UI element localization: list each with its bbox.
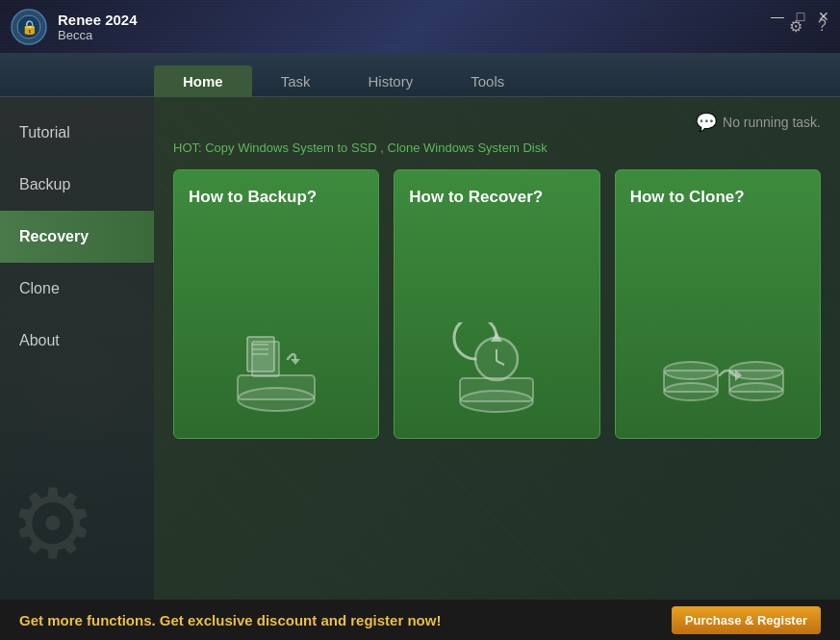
content-area: 💬 No running task. HOT: Copy Windows Sys… (154, 97, 840, 600)
purchase-button[interactable]: Purchase & Register (672, 606, 821, 634)
sidebar-watermark: ⚙ (10, 468, 96, 580)
cards-row: How to Backup? (173, 169, 821, 439)
recover-icon (439, 322, 554, 419)
svg-marker-14 (491, 332, 502, 342)
svg-rect-12 (460, 378, 533, 401)
card-clone-title: How to Clone? (630, 188, 745, 207)
card-backup-icon-area (189, 322, 364, 419)
backup-icon (218, 322, 334, 419)
sidebar-item-about[interactable]: About (0, 315, 154, 367)
status-row: 💬 No running task. (173, 112, 821, 133)
svg-rect-4 (238, 375, 315, 399)
card-recover[interactable]: How to Recover? (394, 169, 599, 439)
tab-history[interactable]: History (340, 65, 443, 97)
svg-point-19 (664, 362, 718, 379)
app-icon: 🔒 (10, 8, 48, 46)
card-recover-title: How to Recover? (409, 188, 543, 207)
tab-task[interactable]: Task (252, 65, 340, 97)
card-backup-title: How to Backup? (189, 188, 317, 207)
status-text: No running task. (723, 115, 821, 130)
tab-bar: Home Task History Tools ⚙ ? (0, 53, 840, 97)
sidebar-item-backup[interactable]: Backup (0, 159, 154, 211)
card-clone[interactable]: How to Clone? (615, 169, 821, 439)
tab-tools[interactable]: Tools (442, 65, 533, 97)
card-recover-icon-area (409, 322, 584, 419)
card-backup[interactable]: How to Backup? (173, 169, 379, 439)
app-title: Renee 2024 Becca (58, 12, 138, 42)
tab-home[interactable]: Home (154, 65, 252, 97)
svg-marker-10 (291, 359, 300, 365)
minimize-button[interactable]: — (769, 8, 786, 25)
main-layout: Tutorial Backup Recovery Clone About ⚙ 💬… (0, 97, 840, 600)
sidebar: Tutorial Backup Recovery Clone About ⚙ (0, 97, 154, 600)
sidebar-item-recovery[interactable]: Recovery (0, 211, 154, 263)
promo-text: Get more functions. Get exclusive discou… (19, 612, 441, 628)
svg-text:🔒: 🔒 (21, 19, 38, 36)
title-bar: 🔒 Renee 2024 Becca — □ ✕ (0, 0, 840, 53)
status-icon: 💬 (696, 112, 717, 133)
svg-point-23 (729, 362, 783, 379)
settings-icon[interactable]: ⚙ (785, 13, 806, 39)
help-icon[interactable]: ? (814, 13, 830, 39)
clone-icon (650, 322, 785, 419)
hot-text: HOT: Copy Windows System to SSD , Clone … (173, 141, 821, 155)
card-clone-icon-area (630, 322, 805, 419)
sidebar-item-clone[interactable]: Clone (0, 263, 154, 315)
sidebar-item-tutorial[interactable]: Tutorial (0, 107, 154, 159)
bottom-bar: Get more functions. Get exclusive discou… (0, 600, 840, 640)
